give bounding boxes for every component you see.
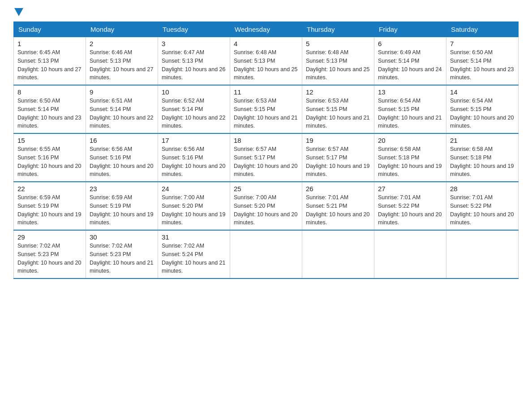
day-number: 10 — [162, 88, 226, 96]
calendar-cell: 14 Sunrise: 6:54 AMSunset: 5:15 PMDaylig… — [446, 85, 519, 133]
day-info: Sunrise: 6:50 AMSunset: 5:14 PMDaylight:… — [450, 49, 514, 81]
day-info: Sunrise: 6:56 AMSunset: 5:16 PMDaylight:… — [90, 146, 153, 177]
day-number: 20 — [378, 137, 442, 144]
day-number: 14 — [450, 88, 515, 96]
calendar-cell: 23 Sunrise: 6:59 AMSunset: 5:19 PMDaylig… — [86, 182, 158, 230]
calendar-cell: 25 Sunrise: 7:00 AMSunset: 5:20 PMDaylig… — [230, 182, 302, 230]
logo — [13, 9, 23, 17]
calendar-cell: 26 Sunrise: 7:01 AMSunset: 5:21 PMDaylig… — [302, 182, 374, 230]
day-number: 5 — [306, 40, 370, 47]
day-info: Sunrise: 6:54 AMSunset: 5:15 PMDaylight:… — [378, 98, 442, 129]
calendar-cell: 13 Sunrise: 6:54 AMSunset: 5:15 PMDaylig… — [374, 85, 446, 133]
weekday-header-friday: Friday — [374, 22, 446, 37]
day-info: Sunrise: 6:52 AMSunset: 5:14 PMDaylight:… — [162, 98, 225, 129]
day-info: Sunrise: 6:51 AMSunset: 5:14 PMDaylight:… — [90, 98, 153, 129]
day-number: 27 — [378, 185, 442, 193]
weekday-header-wednesday: Wednesday — [230, 22, 302, 37]
day-number: 1 — [17, 40, 82, 47]
calendar-cell: 9 Sunrise: 6:51 AMSunset: 5:14 PMDayligh… — [86, 85, 158, 133]
day-number: 11 — [234, 88, 298, 96]
day-number: 21 — [450, 137, 515, 144]
day-info: Sunrise: 6:56 AMSunset: 5:16 PMDaylight:… — [162, 146, 225, 177]
calendar-cell: 4 Sunrise: 6:48 AMSunset: 5:13 PMDayligh… — [230, 37, 302, 86]
day-info: Sunrise: 6:54 AMSunset: 5:15 PMDaylight:… — [450, 98, 514, 129]
day-number: 12 — [306, 88, 370, 96]
day-info: Sunrise: 7:00 AMSunset: 5:20 PMDaylight:… — [162, 194, 225, 226]
calendar-cell: 27 Sunrise: 7:01 AMSunset: 5:22 PMDaylig… — [374, 182, 446, 230]
day-info: Sunrise: 6:59 AMSunset: 5:19 PMDaylight:… — [17, 194, 81, 226]
calendar-cell: 11 Sunrise: 6:53 AMSunset: 5:15 PMDaylig… — [230, 85, 302, 133]
calendar-cell: 6 Sunrise: 6:49 AMSunset: 5:14 PMDayligh… — [374, 37, 446, 86]
day-info: Sunrise: 6:58 AMSunset: 5:18 PMDaylight:… — [378, 146, 442, 177]
calendar-cell: 24 Sunrise: 7:00 AMSunset: 5:20 PMDaylig… — [158, 182, 230, 230]
calendar-week-row: 22 Sunrise: 6:59 AMSunset: 5:19 PMDaylig… — [14, 182, 519, 230]
calendar-cell: 20 Sunrise: 6:58 AMSunset: 5:18 PMDaylig… — [374, 133, 446, 182]
day-number: 25 — [234, 185, 298, 193]
day-number: 7 — [450, 40, 515, 47]
weekday-header-tuesday: Tuesday — [158, 22, 230, 37]
day-info: Sunrise: 7:02 AMSunset: 5:23 PMDaylight:… — [17, 243, 81, 274]
logo-blue-text — [13, 9, 23, 17]
calendar-week-row: 1 Sunrise: 6:45 AMSunset: 5:13 PMDayligh… — [14, 37, 519, 86]
day-info: Sunrise: 6:55 AMSunset: 5:16 PMDaylight:… — [17, 146, 81, 177]
day-info: Sunrise: 6:45 AMSunset: 5:13 PMDaylight:… — [17, 49, 81, 81]
calendar-cell: 16 Sunrise: 6:56 AMSunset: 5:16 PMDaylig… — [86, 133, 158, 182]
day-info: Sunrise: 6:50 AMSunset: 5:14 PMDaylight:… — [17, 98, 81, 129]
calendar-cell: 10 Sunrise: 6:52 AMSunset: 5:14 PMDaylig… — [158, 85, 230, 133]
calendar-cell — [302, 230, 374, 278]
day-info: Sunrise: 7:01 AMSunset: 5:22 PMDaylight:… — [378, 194, 442, 226]
weekday-header-monday: Monday — [86, 22, 158, 37]
day-number: 8 — [17, 88, 82, 96]
page-header — [13, 9, 519, 17]
day-number: 19 — [306, 137, 370, 144]
calendar-cell — [230, 230, 302, 278]
day-number: 16 — [90, 137, 154, 144]
calendar-cell: 7 Sunrise: 6:50 AMSunset: 5:14 PMDayligh… — [446, 37, 519, 86]
weekday-header-sunday: Sunday — [14, 22, 86, 37]
day-number: 30 — [90, 233, 154, 241]
weekday-header-row: SundayMondayTuesdayWednesdayThursdayFrid… — [14, 22, 519, 37]
day-info: Sunrise: 6:48 AMSunset: 5:13 PMDaylight:… — [234, 49, 297, 81]
day-number: 13 — [378, 88, 442, 96]
day-number: 24 — [162, 185, 226, 193]
day-number: 2 — [90, 40, 154, 47]
day-info: Sunrise: 7:02 AMSunset: 5:24 PMDaylight:… — [162, 243, 225, 274]
weekday-header-saturday: Saturday — [446, 22, 519, 37]
day-number: 22 — [17, 185, 82, 193]
calendar-cell: 1 Sunrise: 6:45 AMSunset: 5:13 PMDayligh… — [14, 37, 86, 86]
day-info: Sunrise: 6:49 AMSunset: 5:14 PMDaylight:… — [378, 49, 442, 81]
day-info: Sunrise: 6:48 AMSunset: 5:13 PMDaylight:… — [306, 49, 369, 81]
calendar-cell: 8 Sunrise: 6:50 AMSunset: 5:14 PMDayligh… — [14, 85, 86, 133]
day-info: Sunrise: 6:57 AMSunset: 5:17 PMDaylight:… — [306, 146, 369, 177]
calendar-cell: 22 Sunrise: 6:59 AMSunset: 5:19 PMDaylig… — [14, 182, 86, 230]
calendar-cell: 15 Sunrise: 6:55 AMSunset: 5:16 PMDaylig… — [14, 133, 86, 182]
calendar-cell: 17 Sunrise: 6:56 AMSunset: 5:16 PMDaylig… — [158, 133, 230, 182]
day-number: 28 — [450, 185, 515, 193]
calendar-cell: 5 Sunrise: 6:48 AMSunset: 5:13 PMDayligh… — [302, 37, 374, 86]
calendar-cell: 21 Sunrise: 6:58 AMSunset: 5:18 PMDaylig… — [446, 133, 519, 182]
day-number: 26 — [306, 185, 370, 193]
day-info: Sunrise: 7:01 AMSunset: 5:21 PMDaylight:… — [306, 194, 369, 226]
calendar-cell: 28 Sunrise: 7:01 AMSunset: 5:22 PMDaylig… — [446, 182, 519, 230]
day-info: Sunrise: 6:58 AMSunset: 5:18 PMDaylight:… — [450, 146, 514, 177]
day-number: 18 — [234, 137, 298, 144]
calendar-cell: 19 Sunrise: 6:57 AMSunset: 5:17 PMDaylig… — [302, 133, 374, 182]
day-number: 23 — [90, 185, 154, 193]
day-number: 15 — [17, 137, 82, 144]
calendar-cell — [446, 230, 519, 278]
day-info: Sunrise: 6:59 AMSunset: 5:19 PMDaylight:… — [90, 194, 153, 226]
calendar-week-row: 29 Sunrise: 7:02 AMSunset: 5:23 PMDaylig… — [14, 230, 519, 278]
day-number: 17 — [162, 137, 226, 144]
calendar-cell: 29 Sunrise: 7:02 AMSunset: 5:23 PMDaylig… — [14, 230, 86, 278]
day-info: Sunrise: 7:00 AMSunset: 5:20 PMDaylight:… — [234, 194, 297, 226]
day-info: Sunrise: 6:57 AMSunset: 5:17 PMDaylight:… — [234, 146, 297, 177]
day-number: 6 — [378, 40, 442, 47]
calendar-cell: 31 Sunrise: 7:02 AMSunset: 5:24 PMDaylig… — [158, 230, 230, 278]
day-number: 31 — [162, 233, 226, 241]
day-info: Sunrise: 7:02 AMSunset: 5:23 PMDaylight:… — [90, 243, 153, 274]
calendar-week-row: 8 Sunrise: 6:50 AMSunset: 5:14 PMDayligh… — [14, 85, 519, 133]
day-number: 3 — [162, 40, 226, 47]
calendar-cell — [374, 230, 446, 278]
calendar-week-row: 15 Sunrise: 6:55 AMSunset: 5:16 PMDaylig… — [14, 133, 519, 182]
weekday-header-thursday: Thursday — [302, 22, 374, 37]
